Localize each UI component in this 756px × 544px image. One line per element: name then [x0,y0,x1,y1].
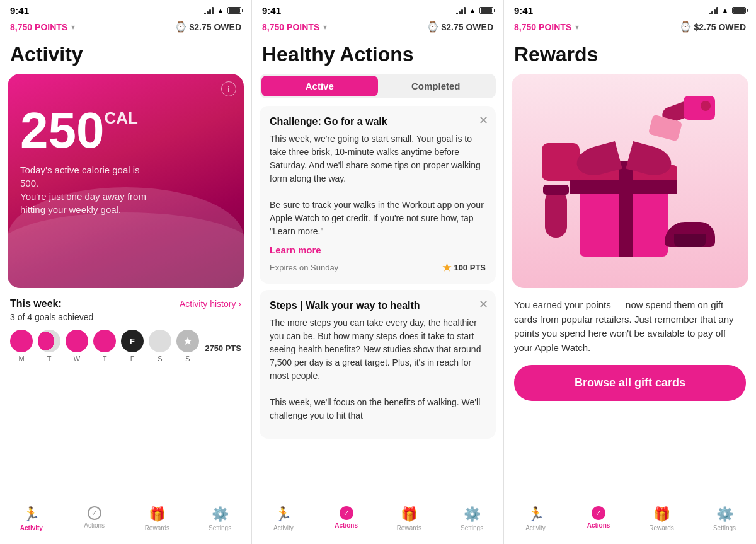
challenge-title-1: Challenge: Go for a walk [270,116,486,127]
nav-item-activity-1[interactable]: 🏃 Activity [0,506,63,531]
bottle-cap [543,185,569,195]
weekly-section: This week: Activity history › 3 of 4 goa… [0,288,251,376]
day-col-f: F F [121,330,144,362]
points-label-2: POINTS [287,22,319,32]
gift-ribbon-horizontal [570,180,677,194]
actions-icon-2: ✓ [340,506,353,520]
signal-icon-3 [709,7,718,14]
nav-item-rewards-3[interactable]: 🎁 Rewards [630,506,693,531]
day-col-s1: S [149,330,171,362]
activity-panel: 9:41 ▲ 8,750 POINTS ▾ ⌚ $2.75 OWED Activ… [0,0,252,544]
status-icons-2: ▲ [456,6,493,15]
status-bar-1: 9:41 ▲ [0,0,251,18]
nav-label-actions-1: Actions [84,522,105,529]
owed-section-3: ⌚ $2.75 OWED [679,21,746,33]
weekly-title: This week: [10,298,62,310]
nav-item-actions-1[interactable]: ✓ Actions [63,506,126,531]
gift-illustration [536,86,724,275]
close-button-2[interactable]: ✕ [479,298,488,311]
signal-icon-1 [204,7,214,14]
header-bar-3: 8,750 POINTS ▾ ⌚ $2.75 OWED [504,18,756,38]
status-time-3: 9:41 [514,5,533,16]
points-label-3: POINTS [539,22,571,32]
signal-icon-2 [456,7,466,14]
battery-icon-2 [479,7,493,14]
close-button-1[interactable]: ✕ [479,113,488,127]
activity-icon-2: 🏃 [275,506,292,523]
nav-item-activity-2[interactable]: 🏃 Activity [252,506,315,531]
nav-item-settings-2[interactable]: ⚙️ Settings [440,506,503,531]
weekly-header: This week: Activity history › [10,298,241,310]
rewards-illustration [512,74,748,288]
nav-item-rewards-1[interactable]: 🎁 Rewards [126,506,189,531]
rewards-icon-2: 🎁 [401,506,418,523]
nav-item-actions-2[interactable]: ✓ Actions [315,506,378,531]
nav-label-rewards-2: Rewards [397,524,421,531]
chevron-down-icon-2: ▾ [323,23,327,32]
pts-value-1: 100 PTS [454,263,486,272]
day-label-s2: S [185,355,190,362]
day-label-t1: T [47,355,52,362]
bottom-nav-1: 🏃 Activity ✓ Actions 🎁 Rewards ⚙️ Settin… [0,501,251,544]
nav-label-settings-3: Settings [713,524,736,531]
points-value-3: 8,750 [514,22,536,32]
nav-label-rewards-1: Rewards [145,524,169,531]
weekly-pts: 2750 PTS [205,344,241,353]
rewards-icon-3: 🎁 [653,506,670,523]
rewards-content: You earned your points — now spend them … [504,74,756,501]
tab-active[interactable]: Active [261,76,378,96]
day-circle-m [10,330,33,352]
challenge-card-2: ✕ Steps | Walk your way to health The mo… [260,290,496,439]
status-time-1: 9:41 [10,5,29,16]
battery-icon-1 [227,7,241,14]
day-col-t1: T [38,330,60,362]
info-button[interactable]: i [221,81,236,96]
battery-icon-3 [732,7,746,14]
status-time-2: 9:41 [262,5,281,16]
learn-more-link-1[interactable]: Learn more [270,245,486,255]
nav-item-actions-3[interactable]: ✓ Actions [567,506,630,531]
day-label-s1: S [158,355,162,362]
day-label-m: M [18,355,24,362]
rewards-icon-1: 🎁 [149,506,166,523]
nav-item-settings-3[interactable]: ⚙️ Settings [693,506,756,531]
nav-item-rewards-2[interactable]: 🎁 Rewards [378,506,441,531]
status-bar-2: 9:41 ▲ [252,0,503,18]
points-section-3[interactable]: 8,750 POINTS ▾ [514,22,579,32]
settings-icon-3: ⚙️ [716,506,733,523]
nav-label-activity-2: Activity [273,524,294,531]
day-circles-row: M T W T [10,330,241,366]
points-label-1: POINTS [35,22,67,32]
star-icon-1: ★ [442,262,451,274]
header-bar-1: 8,750 POINTS ▾ ⌚ $2.75 OWED [0,18,251,38]
calorie-number: 250CAL [20,105,231,156]
shoe-sole [674,234,706,247]
owed-amount-1: $2.75 OWED [190,22,241,32]
rewards-panel: 9:41 ▲ 8,750 POINTS ▾ ⌚ $2.75 OWED Rewar… [504,0,756,544]
day-circle-s1 [149,330,171,352]
points-section-1[interactable]: 8,750 POINTS ▾ [10,22,75,32]
pts-badge-1: ★ 100 PTS [442,262,486,274]
day-circle-t2 [93,330,116,352]
activity-content: i 250CAL Today's active calorie goal is … [0,74,251,501]
floating-camera [684,96,715,120]
challenge-body-2: The more steps you can take every day, t… [270,316,486,422]
watch-icon-1: ⌚ [175,21,187,33]
browse-gift-cards-button[interactable]: Browse all gift cards [514,365,746,401]
challenges-list: ✕ Challenge: Go for a walk This week, we… [252,106,503,501]
calorie-description: Today's active calorie goal is 500.You'r… [20,163,146,216]
tab-completed[interactable]: Completed [378,76,495,96]
activity-icon-3: 🏃 [527,506,544,523]
nav-item-settings-1[interactable]: ⚙️ Settings [188,506,251,531]
settings-icon-1: ⚙️ [212,506,229,523]
activity-history-link[interactable]: Activity history › [180,299,241,309]
nav-label-activity-3: Activity [525,524,546,531]
owed-section-1: ⌚ $2.75 OWED [175,21,241,33]
header-bar-2: 8,750 POINTS ▾ ⌚ $2.75 OWED [252,18,503,38]
nav-label-settings-1: Settings [209,524,231,531]
points-section-2[interactable]: 8,750 POINTS ▾ [262,22,327,32]
status-icons-1: ▲ [204,6,241,15]
camera-lens [701,101,711,111]
nav-item-activity-3[interactable]: 🏃 Activity [504,506,567,531]
bottom-nav-3: 🏃 Activity ✓ Actions 🎁 Rewards ⚙️ Settin… [504,501,756,544]
